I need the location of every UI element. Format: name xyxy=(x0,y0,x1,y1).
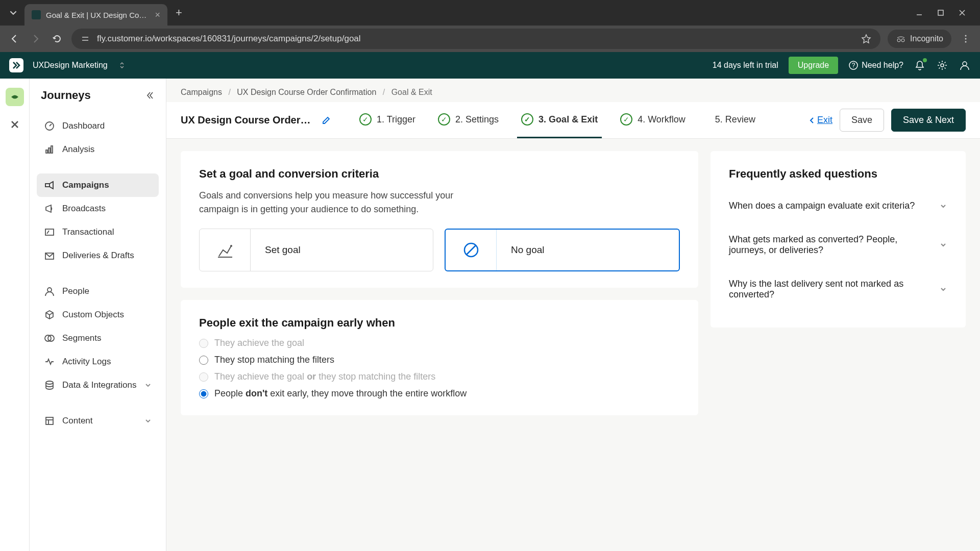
site-info-icon[interactable] xyxy=(81,34,90,43)
exit-option-dont-exit[interactable]: People don't exit early, they move throu… xyxy=(199,388,680,399)
chevron-down-icon xyxy=(144,417,152,424)
sidebar-item-activity-logs[interactable]: Activity Logs xyxy=(37,350,159,373)
rail-other-icon[interactable] xyxy=(6,115,24,134)
minimize-icon[interactable] xyxy=(916,9,923,16)
sidebar: Journeys Dashboard Analysis Campaigns Br… xyxy=(30,79,166,551)
campaign-title: UX Design Course Order Confi… xyxy=(181,114,313,126)
svg-point-27 xyxy=(230,245,232,247)
incognito-icon xyxy=(896,34,906,44)
rail-journeys-icon[interactable] xyxy=(6,88,24,106)
breadcrumb: Campaigns / UX Design Course Order Confi… xyxy=(166,79,980,102)
collapse-sidebar-icon[interactable] xyxy=(145,91,155,100)
notifications-icon[interactable] xyxy=(914,59,926,71)
step-review[interactable]: 5. Review xyxy=(704,102,760,138)
setup-header: UX Design Course Order Confi… ✓1. Trigge… xyxy=(166,102,980,139)
edit-title-icon[interactable] xyxy=(322,116,331,125)
svg-point-4 xyxy=(897,39,900,42)
faq-item-1[interactable]: When does a campaign evaluate exit crite… xyxy=(729,189,947,222)
sidebar-item-analysis[interactable]: Analysis xyxy=(37,138,159,161)
breadcrumb-campaigns[interactable]: Campaigns xyxy=(181,88,222,96)
deliveries-icon xyxy=(44,250,55,261)
radio-input[interactable] xyxy=(199,389,208,398)
analysis-icon xyxy=(44,144,55,155)
browser-tab[interactable]: Goal & Exit | UX Design Course × xyxy=(24,4,167,26)
incognito-badge[interactable]: Incognito xyxy=(888,30,951,48)
sidebar-item-people[interactable]: People xyxy=(37,280,159,303)
help-link[interactable]: ? Need help? xyxy=(848,60,903,70)
chevron-left-icon xyxy=(809,117,815,124)
account-icon[interactable] xyxy=(959,59,971,71)
sidebar-item-campaigns[interactable]: Campaigns xyxy=(37,173,159,197)
exit-option-achieve-goal: They achieve the goal xyxy=(199,338,680,348)
svg-rect-3 xyxy=(82,40,88,41)
maximize-icon[interactable] xyxy=(937,9,944,16)
svg-point-6 xyxy=(965,35,967,37)
save-next-button[interactable]: Save & Next xyxy=(891,109,966,132)
svg-point-23 xyxy=(46,381,53,384)
content-icon xyxy=(44,415,55,427)
sidebar-item-broadcasts[interactable]: Broadcasts xyxy=(37,197,159,220)
close-window-icon[interactable] xyxy=(959,9,966,16)
browser-menu-icon[interactable] xyxy=(959,32,973,46)
workspace-switcher-icon[interactable] xyxy=(119,61,125,69)
no-goal-icon xyxy=(446,230,497,270)
bookmark-icon[interactable] xyxy=(861,34,871,44)
svg-point-12 xyxy=(963,62,967,66)
sidebar-title: Journeys xyxy=(41,89,91,102)
sidebar-item-content[interactable]: Content xyxy=(37,409,159,433)
back-button[interactable] xyxy=(7,32,21,46)
exit-card: People exit the campaign early when They… xyxy=(181,300,698,415)
url-input[interactable]: fly.customer.io/workspaces/160831/journe… xyxy=(71,29,880,49)
exit-link[interactable]: Exit xyxy=(809,115,832,126)
svg-rect-14 xyxy=(46,150,47,153)
app-header: UXDesign Marketing 14 days left in trial… xyxy=(0,52,980,79)
exit-option-goal-or-filters: They achieve the goal or they stop match… xyxy=(199,371,680,382)
exit-card-title: People exit the campaign early when xyxy=(199,316,680,330)
sidebar-item-dashboard[interactable]: Dashboard xyxy=(37,114,159,138)
settings-icon[interactable] xyxy=(936,59,948,71)
sidebar-item-data-integrations[interactable]: Data & Integrations xyxy=(37,373,159,397)
step-trigger[interactable]: ✓1. Trigger xyxy=(355,102,420,138)
step-settings[interactable]: ✓2. Settings xyxy=(434,102,503,138)
radio-input xyxy=(199,372,208,382)
step-workflow[interactable]: ✓4. Workflow xyxy=(616,102,690,138)
faq-item-3[interactable]: Why is the last delivery sent not marked… xyxy=(729,267,947,311)
set-goal-icon xyxy=(200,229,251,271)
svg-rect-1 xyxy=(938,10,943,15)
chevron-down-icon xyxy=(939,285,947,293)
svg-point-8 xyxy=(965,41,967,43)
close-tab-icon[interactable]: × xyxy=(155,10,160,20)
new-tab-button[interactable]: + xyxy=(169,6,188,19)
svg-rect-15 xyxy=(48,148,50,153)
breadcrumb-current: Goal & Exit xyxy=(391,88,432,96)
save-button[interactable]: Save xyxy=(840,109,884,132)
chevron-down-icon xyxy=(939,202,947,210)
workspace-name[interactable]: UXDesign Marketing xyxy=(33,61,108,70)
reload-button[interactable] xyxy=(50,32,64,46)
svg-rect-24 xyxy=(46,417,53,424)
sidebar-item-segments[interactable]: Segments xyxy=(37,327,159,350)
goal-card-title: Set a goal and conversion criteria xyxy=(199,167,680,181)
forward-button[interactable] xyxy=(29,32,43,46)
app-logo-icon[interactable] xyxy=(9,58,23,72)
no-goal-option[interactable]: No goal xyxy=(445,229,680,271)
sidebar-item-custom-objects[interactable]: Custom Objects xyxy=(37,303,159,327)
main-content: Campaigns / UX Design Course Order Confi… xyxy=(166,79,980,551)
sidebar-item-deliveries[interactable]: Deliveries & Drafts xyxy=(37,244,159,267)
step-goal-exit[interactable]: ✓3. Goal & Exit xyxy=(517,102,602,138)
set-goal-option[interactable]: Set goal xyxy=(199,229,433,271)
check-icon: ✓ xyxy=(359,113,372,126)
svg-rect-16 xyxy=(51,146,53,153)
exit-option-stop-matching[interactable]: They stop matching the filters xyxy=(199,355,680,365)
trial-status: 14 days left in trial xyxy=(713,61,778,70)
browser-tab-bar: Goal & Exit | UX Design Course × + xyxy=(0,0,980,26)
svg-point-20 xyxy=(47,288,52,292)
faq-item-2[interactable]: What gets marked as converted? People, j… xyxy=(729,222,947,267)
tab-search-dropdown[interactable] xyxy=(4,4,22,22)
radio-input[interactable] xyxy=(199,356,208,365)
campaigns-icon xyxy=(44,180,55,191)
breadcrumb-campaign-name[interactable]: UX Design Course Order Confirmation xyxy=(237,88,376,96)
people-icon xyxy=(44,286,55,297)
sidebar-item-transactional[interactable]: Transactional xyxy=(37,220,159,244)
upgrade-button[interactable]: Upgrade xyxy=(789,57,838,74)
